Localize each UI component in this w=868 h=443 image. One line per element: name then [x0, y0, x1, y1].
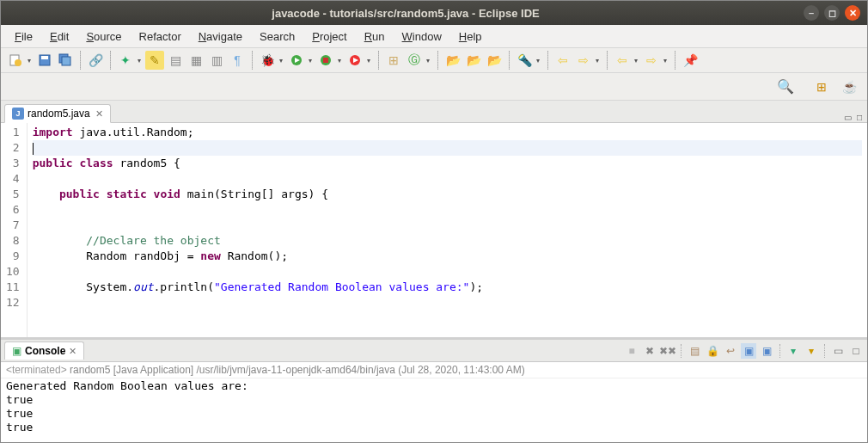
svg-rect-8	[323, 58, 328, 63]
console-panel: ▣ Console ✕ ■ ✖ ✖✖ ▤ 🔒 ↩ ▣ ▣ ▾ ▾ ▭ □ <te…	[1, 337, 867, 442]
close-tab-icon[interactable]: ✕	[95, 108, 103, 120]
terminate-button[interactable]: ■	[624, 343, 639, 359]
editor-tab-label: random5.java	[28, 108, 90, 120]
scroll-lock-button[interactable]: 🔒	[705, 343, 720, 359]
console-output[interactable]: Generated Random Boolean values are: tru…	[1, 378, 867, 435]
svg-rect-5	[62, 57, 70, 65]
open-perspective-button[interactable]: ⊞	[812, 77, 831, 96]
folder3-button[interactable]: 📂	[485, 51, 504, 70]
clear-console-button[interactable]: ▤	[687, 343, 702, 359]
console-status-prefix: <terminated>	[6, 364, 67, 376]
minimize-view-icon[interactable]: ▭	[844, 113, 852, 122]
console-icon: ▣	[12, 345, 21, 357]
coverage-button[interactable]	[316, 51, 335, 70]
doc3-button[interactable]: ▥	[207, 51, 226, 70]
svg-point-1	[15, 59, 21, 66]
open-type-button[interactable]: 📂	[443, 51, 462, 70]
save-all-button[interactable]	[56, 51, 75, 70]
highlight-button[interactable]: ✎	[145, 51, 164, 70]
console-tab-close-icon[interactable]: ✕	[69, 346, 76, 357]
close-button[interactable]: ✕	[845, 5, 860, 21]
display-selected-button[interactable]: ▾	[785, 343, 801, 359]
editor-tab[interactable]: J random5.java ✕	[4, 104, 111, 123]
menu-navigate[interactable]: Navigate	[190, 27, 251, 46]
back-button[interactable]: ⇦	[613, 51, 632, 70]
editor-area: J random5.java ✕ ▭ □ 123456789101112 imp…	[1, 101, 867, 337]
minimize-button[interactable]: –	[804, 5, 819, 21]
menu-window[interactable]: Window	[394, 27, 450, 46]
code-editor[interactable]: 123456789101112 import java.util.Random;…	[1, 123, 867, 337]
menu-source[interactable]: Source	[77, 27, 130, 46]
title-bar: javacode - tutorials/src/random5.java - …	[1, 1, 867, 25]
pilcrow-button[interactable]: ¶	[228, 51, 247, 70]
menu-search[interactable]: Search	[251, 27, 303, 46]
remove-all-button[interactable]: ✖✖	[660, 343, 675, 359]
ext-tools-button[interactable]	[345, 51, 364, 70]
window-title: javacode - tutorials/src/random5.java - …	[8, 7, 804, 20]
maximize-view-icon[interactable]: □	[857, 113, 862, 122]
word-wrap-button[interactable]: ↩	[723, 343, 738, 359]
remove-launch-button[interactable]: ✖	[642, 343, 657, 359]
open-console-button[interactable]: ▾	[804, 343, 819, 359]
open-task-button[interactable]: 📂	[464, 51, 483, 70]
quick-access-icon[interactable]: 🔍	[776, 77, 795, 96]
prev-annotation-button[interactable]: ⇦	[553, 51, 572, 70]
wand-button[interactable]: ✦	[116, 51, 135, 70]
new-package-button[interactable]: ⊞	[384, 51, 403, 70]
menu-edit[interactable]: Edit	[41, 27, 77, 46]
forward-button[interactable]: ⇨	[642, 51, 661, 70]
pin-button[interactable]: 📌	[681, 51, 700, 70]
pin-console-button[interactable]: ▣	[759, 343, 774, 359]
console-tabbar: ▣ Console ✕ ■ ✖ ✖✖ ▤ 🔒 ↩ ▣ ▣ ▾ ▾ ▭ □	[1, 340, 867, 362]
max-console-icon[interactable]: □	[848, 343, 864, 359]
new-button[interactable]	[6, 51, 25, 70]
debug-button[interactable]: 🐞	[258, 51, 277, 70]
java-perspective-button[interactable]: ☕	[840, 77, 859, 96]
menu-run[interactable]: Run	[356, 27, 394, 46]
new-type-button[interactable]: Ⓖ	[405, 51, 424, 70]
show-console-button[interactable]: ▣	[741, 343, 756, 359]
maximize-button[interactable]: ◻	[824, 5, 840, 21]
run-button[interactable]	[287, 51, 306, 70]
svg-rect-3	[41, 56, 48, 59]
save-button[interactable]	[35, 51, 54, 70]
link-button[interactable]: 🔗	[86, 51, 105, 70]
console-tab-label: Console	[25, 345, 65, 357]
console-status-text: random5 [Java Application] /usr/lib/jvm/…	[70, 364, 525, 376]
console-status: <terminated> random5 [Java Application] …	[1, 362, 867, 378]
menu-refactor[interactable]: Refactor	[131, 27, 190, 46]
search-button[interactable]: 🔦	[515, 51, 534, 70]
menu-project[interactable]: Project	[303, 27, 355, 46]
min-console-icon[interactable]: ▭	[830, 343, 846, 359]
main-toolbar: 🔗 ✦ ✎ ▤ ▦ ▥ ¶ 🐞 ⊞ Ⓖ 📂 📂 📂 🔦 ⇦ ⇨ ⇦ ⇨ 📌	[1, 48, 867, 73]
line-gutter: 123456789101112	[1, 123, 28, 337]
doc2-button[interactable]: ▦	[186, 51, 205, 70]
menu-bar: File Edit Source Refactor Navigate Searc…	[1, 25, 867, 48]
java-file-icon: J	[12, 108, 24, 120]
menu-file[interactable]: File	[6, 27, 41, 46]
doc1-button[interactable]: ▤	[166, 51, 185, 70]
perspective-bar: 🔍 ⊞ ☕	[1, 73, 867, 101]
console-tab[interactable]: ▣ Console ✕	[4, 341, 84, 360]
editor-tabbar: J random5.java ✕ ▭ □	[1, 101, 867, 123]
menu-help[interactable]: Help	[450, 27, 491, 46]
next-annotation-button[interactable]: ⇨	[574, 51, 593, 70]
code-lines[interactable]: import java.util.Random;public class ran…	[28, 123, 867, 337]
